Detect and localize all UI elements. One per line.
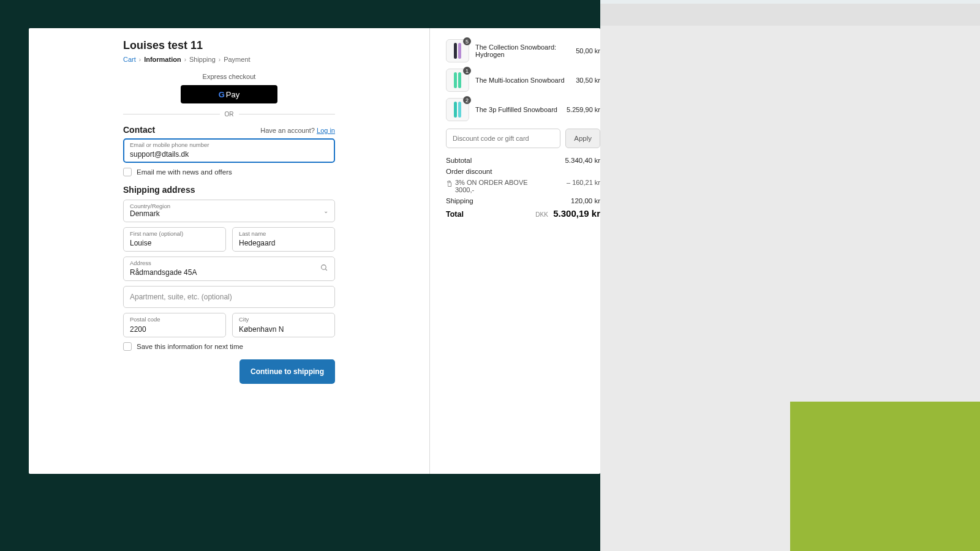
line-item: 1 The Multi-location Snowboard 30,50 kr: [446, 69, 600, 92]
breadcrumb-shipping: Shipping: [189, 56, 216, 63]
tag-icon: 🏷: [446, 180, 453, 187]
breadcrumb-information: Information: [144, 56, 181, 63]
checkout-sheet: Louises test 11 Cart › Information › Shi…: [29, 28, 600, 474]
chevron-right-icon: ›: [184, 56, 186, 63]
postal-input[interactable]: [130, 325, 219, 335]
chevron-right-icon: ›: [139, 56, 141, 63]
qty-badge: 5: [463, 37, 471, 45]
product-price: 50,00 kr: [576, 47, 600, 54]
address-input[interactable]: [130, 268, 328, 278]
have-account-text: Have an account? Log in: [260, 127, 335, 134]
apartment-field[interactable]: Apartment, suite, etc. (optional): [123, 286, 335, 308]
continue-button[interactable]: Continue to shipping: [239, 359, 335, 384]
total-label: Total: [446, 210, 464, 219]
product-thumb: 5: [446, 39, 469, 62]
checkbox-icon: [123, 342, 132, 351]
email-input[interactable]: [130, 150, 328, 160]
qty-badge: 1: [463, 67, 471, 75]
save-info-checkbox[interactable]: Save this information for next time: [123, 342, 335, 351]
qty-badge: 2: [463, 96, 471, 104]
product-name: The Multi-location Snowboard: [475, 77, 570, 84]
apply-button[interactable]: Apply: [565, 129, 600, 148]
order-summary: 5 The Collection Snowboard: Hydrogen 50,…: [446, 39, 600, 219]
or-divider: OR: [123, 111, 335, 118]
product-price: 5.259,90 kr: [567, 106, 600, 113]
product-name: The Collection Snowboard: Hydrogen: [475, 43, 570, 58]
address-field[interactable]: Address: [123, 257, 335, 281]
subtotal-label: Subtotal: [446, 157, 472, 164]
city-field[interactable]: City: [232, 313, 335, 337]
svg-line-1: [325, 269, 327, 271]
breadcrumb-payment: Payment: [224, 56, 250, 63]
last-name-input[interactable]: [239, 239, 328, 249]
line-item: 5 The Collection Snowboard: Hydrogen 50,…: [446, 39, 600, 62]
svg-point-0: [322, 265, 326, 270]
news-checkbox[interactable]: Email me with news and offers: [123, 168, 335, 176]
product-thumb: 2: [446, 98, 469, 121]
last-name-field[interactable]: Last name: [232, 227, 335, 252]
login-link[interactable]: Log in: [317, 127, 335, 134]
search-icon: [320, 264, 328, 274]
contact-title: Contact: [123, 125, 155, 135]
product-thumb: 1: [446, 69, 469, 92]
google-icon: G: [219, 90, 225, 99]
breadcrumb: Cart › Information › Shipping › Payment: [123, 56, 335, 63]
chevron-right-icon: ›: [219, 56, 221, 63]
shipping-value: 120,00 kr: [571, 197, 600, 204]
discount-value: – 160,21 kr: [567, 179, 600, 193]
line-item: 2 The 3p Fulfilled Snowboard 5.259,90 kr: [446, 98, 600, 121]
discount-tag: 🏷 3% ON ORDER ABOVE 3000,-: [446, 179, 532, 193]
first-name-field[interactable]: First name (optional): [123, 227, 226, 252]
subtotal-value: 5.340,40 kr: [565, 157, 600, 164]
chevron-down-icon: ⌄: [323, 208, 328, 214]
product-name: The 3p Fulfilled Snowboard: [475, 106, 560, 113]
checkbox-icon: [123, 168, 132, 176]
product-price: 30,50 kr: [576, 77, 600, 84]
accent-block: [790, 402, 980, 551]
total-currency: DKK: [535, 211, 548, 218]
discount-field[interactable]: [446, 129, 560, 148]
discount-input[interactable]: [453, 135, 554, 142]
total-value: 5.300,19 kr: [553, 208, 600, 219]
postal-field[interactable]: Postal code: [123, 313, 226, 337]
email-field[interactable]: Email or mobile phone number: [123, 138, 335, 163]
breadcrumb-cart[interactable]: Cart: [123, 56, 136, 63]
country-select[interactable]: Country/Region Denmark ⌄: [123, 200, 335, 222]
store-title: Louises test 11: [123, 39, 335, 52]
shipping-label: Shipping: [446, 197, 473, 204]
express-checkout-label: Express checkout: [123, 73, 335, 80]
shipping-title: Shipping address: [123, 185, 335, 195]
order-discount-label: Order discount: [446, 168, 492, 175]
google-pay-button[interactable]: G Pay: [181, 85, 277, 103]
first-name-input[interactable]: [130, 239, 219, 249]
city-input[interactable]: [239, 325, 328, 335]
